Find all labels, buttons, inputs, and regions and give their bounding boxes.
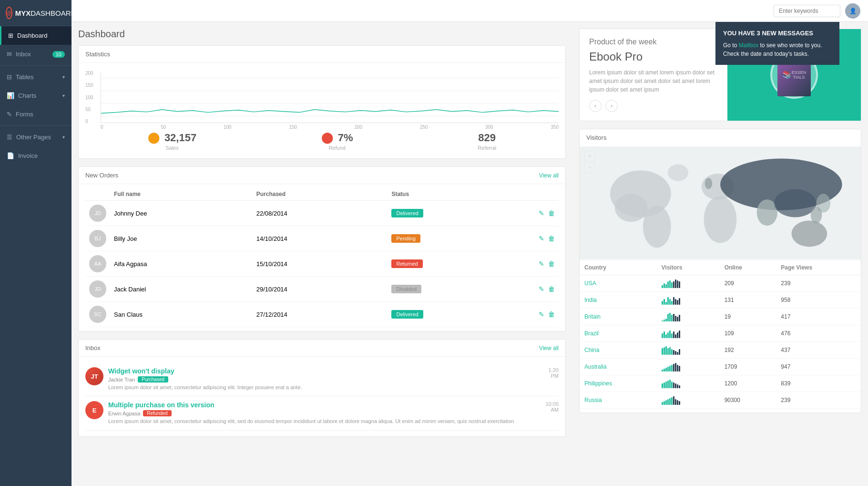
- visitors-col-country: Country: [580, 260, 657, 275]
- mailbox-link[interactable]: Mailbox: [739, 42, 758, 49]
- notification-popup: YOU HAVE 3 NEW MESSAGES Go to Mailbox to…: [715, 22, 839, 65]
- chart-container: 200 150 100 50 0: [85, 69, 559, 126]
- order-actions: ✎ 🗑: [525, 302, 559, 327]
- new-orders-view-all[interactable]: View all: [539, 172, 559, 179]
- edit-icon[interactable]: ✎: [539, 285, 544, 293]
- mini-bar: [664, 383, 665, 388]
- app-logo[interactable]: @ MYXDASHBOARD: [0, 0, 71, 26]
- visitor-pageviews: 417: [776, 309, 861, 325]
- order-date: 27/12/2014: [253, 302, 388, 327]
- mini-bar: [673, 331, 674, 338]
- left-panel: Dashboard Statistics 200 150 100 50 0: [71, 22, 572, 486]
- visitors-col-visitors: Visitors: [657, 260, 720, 275]
- product-next-button[interactable]: ›: [605, 100, 618, 112]
- edit-icon[interactable]: ✎: [539, 235, 544, 242]
- delete-icon[interactable]: 🗑: [548, 209, 555, 217]
- avatar[interactable]: 👤: [845, 3, 860, 19]
- order-actions: ✎ 🗑: [525, 201, 559, 226]
- chart-icon: 📊: [7, 92, 14, 99]
- svg-point-13: [811, 207, 822, 223]
- sidebar-item-other-pages[interactable]: ☰ Other Pages ▾: [0, 128, 71, 146]
- sidebar-item-tables[interactable]: ⊟ Tables ▾: [0, 68, 71, 86]
- delete-icon[interactable]: 🗑: [548, 260, 555, 268]
- table-row: Philippines 1200 839: [580, 375, 861, 392]
- visitors-header: Visitors: [580, 129, 861, 146]
- mini-bar: [667, 332, 669, 338]
- visitor-pageviews: 239: [776, 275, 861, 292]
- envelope-icon: ✉: [7, 51, 12, 58]
- mini-bar: [679, 298, 680, 305]
- search-input[interactable]: [774, 5, 840, 17]
- mini-bar: [677, 332, 678, 338]
- sidebar-item-forms[interactable]: ✎ Forms: [0, 105, 71, 124]
- sidebar-item-charts[interactable]: 📊 Charts ▾: [0, 86, 71, 105]
- mini-bar: [677, 300, 678, 305]
- orders-table-body: JD Johnny Dee 22/08/2014 Delivered ✎ 🗑 B…: [85, 201, 559, 327]
- mini-bar: [677, 352, 678, 355]
- edit-icon[interactable]: ✎: [539, 260, 544, 268]
- mini-bar: [667, 348, 669, 355]
- mini-bar: [675, 351, 676, 355]
- statistics-title: Statistics: [85, 51, 110, 58]
- visitor-bars: [657, 359, 720, 375]
- new-orders-header: New Orders View all: [79, 167, 565, 184]
- visitor-online: 109: [720, 325, 776, 342]
- delete-icon[interactable]: 🗑: [548, 285, 555, 293]
- mini-bar: [669, 347, 671, 355]
- product-prev-button[interactable]: ‹: [589, 100, 602, 112]
- visitor-country: Russia: [580, 392, 657, 409]
- table-row: JD Jack Daniel 29/10/2014 Disabled ✎ 🗑: [85, 277, 559, 302]
- sidebar-item-inbox[interactable]: ✉ Inbox 10: [0, 45, 71, 63]
- table-row: Brazil 109 476: [580, 325, 861, 342]
- inbox-view-all[interactable]: View all: [539, 345, 559, 352]
- visitors-table: Country Visitors Online Page Views USA 2…: [580, 260, 861, 409]
- visitor-pageviews: 239: [776, 392, 861, 409]
- sidebar-item-invoice[interactable]: 📄 Invoice: [0, 146, 71, 165]
- mini-bar: [669, 313, 671, 321]
- page-icon: ☰: [7, 134, 12, 141]
- visitor-bars: [657, 309, 720, 325]
- mini-bar: [669, 299, 671, 305]
- mini-bar: [675, 399, 676, 405]
- inbox-tag: Refunded: [143, 410, 171, 416]
- mini-bar: [675, 363, 676, 372]
- mini-bar: [662, 301, 663, 305]
- inbox-preview: Lorem ipsum dolor sit amet, consectetur …: [108, 384, 544, 391]
- edit-icon[interactable]: ✎: [539, 310, 544, 318]
- inbox-badge: 10: [52, 51, 65, 58]
- chart-y-labels: 200 150 100 50 0: [85, 69, 93, 126]
- inbox-subject[interactable]: Widget won't display: [108, 367, 544, 375]
- visitor-pageviews: 437: [776, 342, 861, 359]
- product-info: Product of the week Ebook Pro Lorem ipsu…: [580, 29, 727, 121]
- delete-icon[interactable]: 🗑: [548, 310, 555, 318]
- mini-bar: [679, 349, 680, 355]
- product-week-label: Product of the week: [589, 38, 718, 46]
- mini-bar: [669, 331, 671, 338]
- charts-arrow-icon: ▾: [62, 93, 65, 98]
- order-name: Johnny Dee: [110, 201, 253, 226]
- mini-bar: [669, 366, 671, 372]
- inbox-time: 10:05AM: [545, 401, 559, 425]
- inbox-tag: Purchased: [138, 376, 168, 383]
- right-panel: Product of the week Ebook Pro Lorem ipsu…: [572, 22, 868, 486]
- delete-icon[interactable]: 🗑: [548, 235, 555, 242]
- table-row: India 131 958: [580, 292, 861, 309]
- mini-bar: [664, 401, 665, 405]
- topbar: 👤 YOU HAVE 3 NEW MESSAGES Go to Mailbox …: [71, 0, 868, 22]
- mini-bar: [671, 301, 673, 305]
- orders-table-header: Full name Purchased Status: [85, 188, 559, 201]
- inbox-message-content: Multiple purchase on this version Erwin …: [108, 401, 541, 425]
- stat-referral: 829 Referral: [478, 132, 496, 151]
- sidebar-item-dashboard[interactable]: ⊞ Dashboard: [0, 26, 71, 45]
- inbox-subject[interactable]: Multiple purchase on this version: [108, 401, 541, 409]
- visitors-table-container: Country Visitors Online Page Views USA 2…: [580, 260, 861, 413]
- mini-bar: [677, 400, 678, 405]
- table-row: Russia 90300 239: [580, 392, 861, 409]
- search-container: [774, 5, 840, 17]
- visitor-bars: [657, 375, 720, 392]
- grid-icon: ⊞: [8, 32, 13, 39]
- table-row: BJ Billy Joe 14/10/2014 Pending ✎ 🗑: [85, 226, 559, 251]
- mini-bar: [664, 369, 665, 372]
- edit-icon[interactable]: ✎: [539, 209, 544, 217]
- mini-bar: [667, 314, 669, 321]
